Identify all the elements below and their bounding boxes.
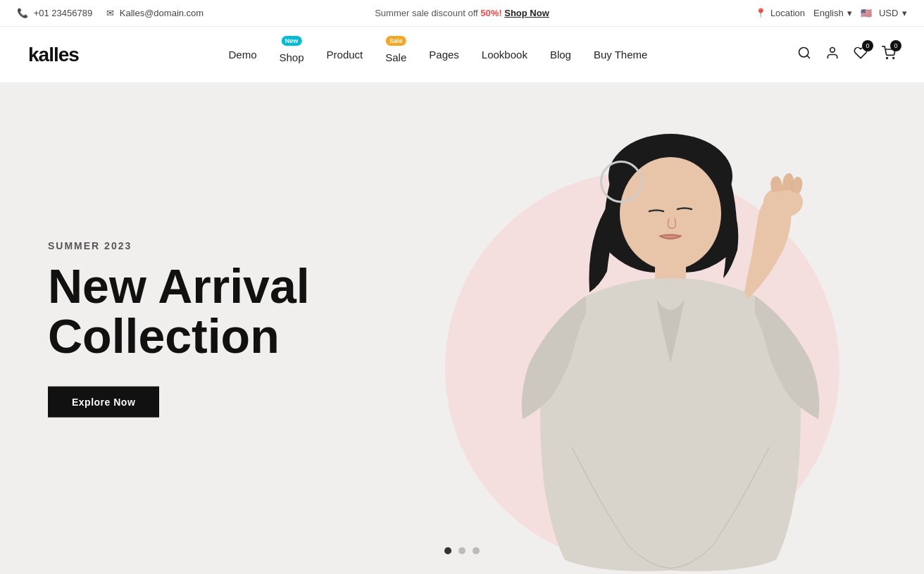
wishlist-icon[interactable]: 0 <box>854 46 868 63</box>
nav-item-shop[interactable]: New Shop <box>280 46 304 63</box>
explore-now-button[interactable]: Explore Now <box>48 387 159 418</box>
mail-icon: ✉ <box>106 8 114 18</box>
wishlist-count: 0 <box>862 40 873 51</box>
phone-icon: 📞 <box>17 8 28 18</box>
header: kalles Demo New Shop Product Sale Sale P… <box>0 27 924 83</box>
top-bar-right: 📍 Location English ▾ 🇺🇸 USD ▾ <box>755 8 907 18</box>
cart-icon[interactable]: 0 <box>882 46 896 63</box>
account-icon[interactable] <box>825 46 839 63</box>
nav-item-product[interactable]: Product <box>327 49 363 61</box>
nav-item-demo[interactable]: Demo <box>228 49 256 61</box>
nav-item-pages[interactable]: Pages <box>429 49 459 61</box>
cart-count: 0 <box>890 40 901 51</box>
svg-line-1 <box>807 56 810 58</box>
currency-selector[interactable]: 🇺🇸 USD ▾ <box>861 8 907 18</box>
nav-item-buy-theme[interactable]: Buy Theme <box>594 49 647 61</box>
hero-model-image <box>459 95 868 574</box>
phone-contact: 📞 +01 23456789 <box>17 8 92 18</box>
location-selector[interactable]: 📍 Location <box>755 8 805 18</box>
svg-point-2 <box>830 48 835 53</box>
sale-badge: Sale <box>386 36 406 46</box>
new-badge: New <box>282 36 302 46</box>
nav-item-sale[interactable]: Sale Sale <box>385 46 406 63</box>
hero-section: SUMMER 2023 New Arrival Collection Explo… <box>0 83 924 574</box>
slide-dots <box>444 547 480 554</box>
hero-earring-decoration <box>600 161 642 203</box>
language-selector[interactable]: English ▾ <box>813 8 852 18</box>
svg-point-3 <box>887 58 888 59</box>
shop-now-link[interactable]: Shop Now <box>504 8 549 18</box>
location-icon: 📍 <box>755 8 766 18</box>
promo-banner: Summer sale discount off 50%! Shop Now <box>375 8 549 18</box>
svg-point-4 <box>893 58 894 59</box>
top-bar-left: 📞 +01 23456789 ✉ Kalles@domain.com <box>17 8 204 18</box>
header-icons: 0 0 <box>797 46 896 63</box>
hero-title: New Arrival Collection <box>48 261 499 361</box>
top-bar: 📞 +01 23456789 ✉ Kalles@domain.com Summe… <box>0 0 924 27</box>
search-icon[interactable] <box>797 46 811 63</box>
logo[interactable]: kalles <box>28 44 79 66</box>
flag-icon: 🇺🇸 <box>861 8 873 16</box>
hero-content: SUMMER 2023 New Arrival Collection Explo… <box>48 239 499 418</box>
main-nav: Demo New Shop Product Sale Sale Pages Lo… <box>228 46 647 63</box>
slide-dot-3[interactable] <box>473 547 480 554</box>
model-svg <box>459 95 868 574</box>
chevron-down-icon: ▾ <box>902 8 907 18</box>
nav-item-lookbook[interactable]: Lookbook <box>482 49 527 61</box>
email-contact: ✉ Kalles@domain.com <box>106 8 204 18</box>
nav-item-blog[interactable]: Blog <box>550 49 571 61</box>
hero-subtitle: SUMMER 2023 <box>48 239 499 251</box>
slide-dot-1[interactable] <box>444 547 451 554</box>
chevron-down-icon: ▾ <box>847 8 852 18</box>
slide-dot-2[interactable] <box>458 547 466 554</box>
promo-percent: 50%! <box>480 8 501 18</box>
